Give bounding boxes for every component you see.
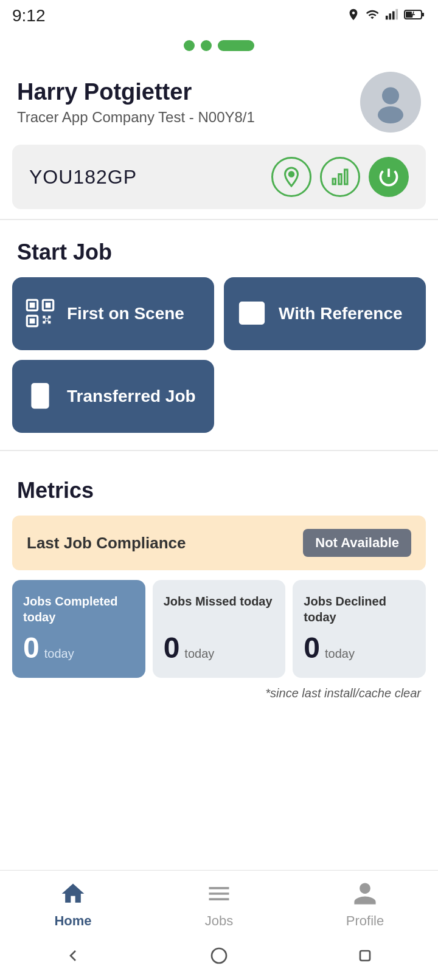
divider-1 [0, 219, 438, 220]
svg-rect-21 [43, 316, 45, 318]
signal-icon [384, 8, 399, 24]
svg-rect-14 [345, 170, 348, 184]
transferred-job-label: Transferred Job [67, 385, 196, 407]
svg-rect-25 [46, 318, 48, 320]
nav-item-profile[interactable]: Profile [292, 880, 438, 929]
nav-items: Home Jobs Profile [0, 871, 438, 935]
metric-card-declined: Jobs Declined today 0 today [293, 580, 426, 678]
nav-jobs-label: Jobs [205, 913, 233, 929]
metric-missed-value: 0 [164, 631, 180, 664]
with-reference-label: With Reference [279, 303, 403, 325]
dot-indicators [0, 29, 438, 57]
svg-rect-2 [392, 12, 395, 20]
svg-point-10 [378, 106, 403, 123]
metric-completed-value-row: 0 today [23, 631, 134, 664]
compliance-row: Last Job Compliance Not Available [12, 516, 426, 570]
nav-item-jobs[interactable]: Jobs [146, 880, 292, 929]
svg-rect-5 [406, 12, 412, 18]
wifi-icon [365, 8, 380, 24]
transfer-icon [24, 380, 56, 413]
transferred-job-btn[interactable]: Transferred Job [12, 360, 214, 433]
start-job-title: Start Job [0, 230, 438, 277]
metric-completed-title: Jobs Completed today [23, 593, 134, 625]
stats-btn[interactable] [320, 157, 360, 197]
profile-name: Harry Potgietter [17, 78, 255, 106]
dot-2 [201, 40, 212, 51]
svg-rect-18 [46, 302, 51, 308]
status-icons [347, 8, 426, 24]
metric-declined-title: Jobs Declined today [304, 593, 415, 625]
first-on-scene-btn[interactable]: First on Scene [12, 277, 214, 350]
jobs-icon [206, 880, 232, 909]
dot-1 [184, 40, 195, 51]
home-btn[interactable] [207, 944, 231, 968]
profile-info: Harry Potgietter Tracer App Company Test… [17, 78, 255, 126]
svg-point-11 [289, 172, 294, 177]
location-btn[interactable] [271, 157, 311, 197]
metric-declined-value: 0 [304, 631, 320, 664]
job-buttons: First on Scene 123 With Reference Transf… [0, 277, 438, 433]
svg-point-33 [212, 948, 226, 963]
dot-active [218, 40, 254, 51]
metric-missed-value-row: 0 today [164, 631, 275, 664]
back-btn[interactable] [61, 944, 85, 968]
svg-rect-24 [48, 321, 50, 323]
battery-icon [404, 9, 426, 23]
with-reference-btn[interactable]: 123 With Reference [224, 277, 426, 350]
profile-icon [352, 880, 378, 909]
bottom-nav: Home Jobs Profile [0, 870, 438, 980]
home-icon [60, 880, 86, 909]
metric-declined-today: today [325, 647, 355, 661]
metrics-title: Metrics [0, 461, 438, 516]
svg-rect-12 [333, 179, 336, 184]
metric-completed-today: today [44, 647, 74, 661]
vehicle-card: YOU182GP [12, 145, 426, 209]
profile-company: Tracer App Company Test - N00Y8/1 [17, 109, 255, 126]
nav-home-label: Home [54, 913, 91, 929]
power-btn[interactable] [369, 157, 409, 197]
svg-rect-0 [386, 16, 388, 19]
svg-rect-20 [30, 318, 35, 323]
metrics-cards: Jobs Completed today 0 today Jobs Missed… [12, 580, 426, 678]
svg-rect-29 [35, 386, 44, 392]
cache-note: *since last install/cache clear [0, 678, 438, 700]
compliance-label: Last Job Compliance [27, 534, 186, 553]
divider-2 [0, 450, 438, 451]
svg-text:123: 123 [243, 307, 261, 319]
svg-point-9 [382, 88, 399, 105]
nav-item-home[interactable]: Home [0, 880, 146, 929]
status-time: 9:12 [12, 6, 46, 26]
svg-rect-34 [360, 951, 370, 961]
location-icon [347, 8, 360, 24]
recents-btn[interactable] [353, 944, 377, 968]
metric-missed-today: today [184, 647, 214, 661]
ref-icon: 123 [236, 297, 268, 331]
avatar[interactable] [360, 72, 421, 133]
metric-card-completed: Jobs Completed today 0 today [12, 580, 145, 678]
nav-profile-label: Profile [346, 913, 384, 929]
vehicle-id: YOU182GP [29, 166, 137, 188]
svg-rect-23 [43, 321, 45, 323]
metric-card-missed: Jobs Missed today 0 today [153, 580, 286, 678]
vehicle-actions [271, 157, 409, 197]
svg-rect-1 [389, 13, 391, 19]
profile-section: Harry Potgietter Tracer App Company Test… [0, 57, 438, 145]
svg-rect-16 [30, 302, 35, 308]
svg-rect-6 [422, 13, 424, 16]
metric-missed-title: Jobs Missed today [164, 593, 275, 609]
compliance-badge: Not Available [303, 529, 411, 557]
first-on-scene-label: First on Scene [67, 303, 184, 325]
metric-completed-value: 0 [23, 631, 40, 664]
svg-rect-3 [395, 9, 398, 19]
android-bar [0, 935, 438, 980]
metric-declined-value-row: 0 today [304, 631, 415, 664]
svg-rect-22 [48, 316, 50, 318]
svg-rect-13 [339, 174, 342, 185]
status-bar: 9:12 [0, 0, 438, 29]
qr-icon [24, 297, 56, 331]
